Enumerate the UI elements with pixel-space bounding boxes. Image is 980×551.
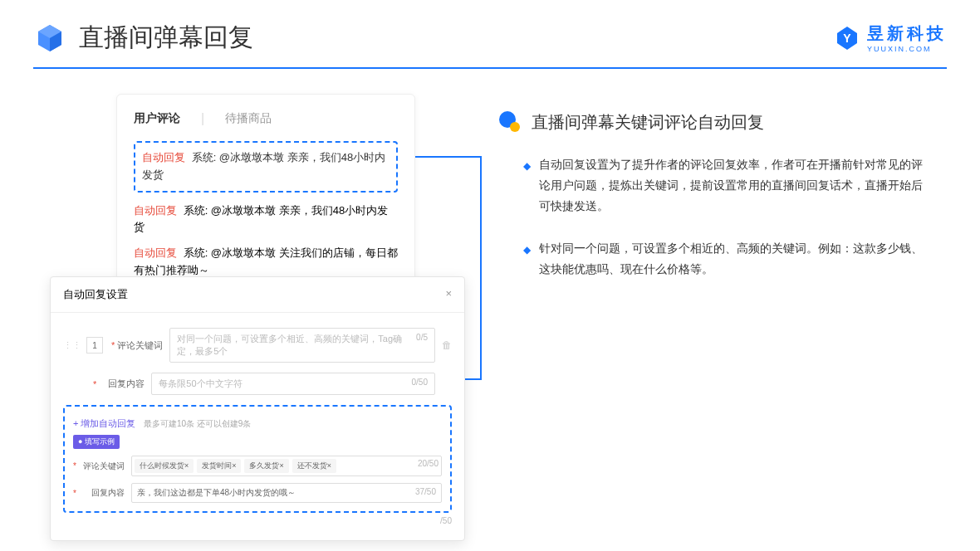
- bullet-item: ◆ 针对同一个问题，可设置多个相近的、高频的关键词。例如：这款多少钱、这块能优惠…: [498, 238, 930, 280]
- diamond-icon: ◆: [523, 158, 531, 217]
- add-description: 最多可建10条 还可以创建9条: [144, 419, 251, 428]
- comment-item: 自动回复 系统: @冰墩墩本墩 关注我们的店铺，每日都有热门推荐呦～: [134, 245, 398, 280]
- ex-keyword-label: 评论关键词: [79, 461, 125, 472]
- keyword-input[interactable]: 对同一个问题，可设置多个相近、高频的关键词，Tag确定，最多5个 0/5: [169, 328, 435, 363]
- highlighted-comment: 自动回复 系统: @冰墩墩本墩 亲亲，我们48小时内发货: [134, 141, 398, 193]
- tabs: 用户评论 | 待播商品: [134, 111, 398, 126]
- example-badge: ● 填写示例: [73, 435, 120, 449]
- brand-logo-icon: Y: [834, 25, 860, 51]
- auto-reply-label: 自动回复: [134, 246, 177, 259]
- example-box: + 增加自动回复 最多可建10条 还可以创建9条 ● 填写示例 * 评论关键词 …: [63, 405, 452, 513]
- brand-subtitle: YUUXIN.COM: [867, 45, 947, 53]
- svg-point-2: [510, 122, 520, 132]
- tag: 多久发货×: [244, 459, 288, 473]
- example-keyword-row: * 评论关键词 什么时候发货× 发货时间× 多久发货× 还不发货× 20/50: [73, 456, 442, 476]
- page-header: 直播间弹幕回复 Y 昱新科技 YUUXIN.COM: [0, 0, 980, 67]
- example-reply-row: * 回复内容 亲，我们这边都是下单48小时内发货的哦～ 37/50: [73, 483, 442, 503]
- reply-input[interactable]: 每条限50个中文字符 0/50: [151, 373, 435, 395]
- auto-reply-label: 自动回复: [134, 204, 177, 217]
- tab-products[interactable]: 待播商品: [225, 111, 272, 126]
- trash-icon[interactable]: 🗑: [442, 339, 452, 351]
- tag: 什么时候发货×: [135, 459, 194, 473]
- section-header: 直播间弹幕关键词评论自动回复: [498, 110, 930, 134]
- comment-item: 自动回复 系统: @冰墩墩本墩 亲亲，我们48小时内发货: [134, 202, 398, 237]
- ex-reply-label: 回复内容: [79, 487, 125, 499]
- tab-divider: |: [201, 111, 204, 126]
- add-auto-reply-link[interactable]: + 增加自动回复: [73, 418, 135, 428]
- section-title: 直播间弹幕关键词评论自动回复: [532, 111, 764, 134]
- settings-panel: 自动回复设置 × ⋮⋮ 1 * 评论关键词 对同一个问题，可设置多个相近、高频的…: [50, 276, 465, 541]
- svg-text:Y: Y: [843, 32, 851, 45]
- required-mark: *: [111, 340, 115, 350]
- close-icon[interactable]: ×: [445, 287, 452, 302]
- outer-count: /50: [63, 516, 452, 525]
- reply-label: 回复内容: [99, 378, 145, 390]
- brand: Y 昱新科技 YUUXIN.COM: [834, 22, 947, 53]
- keyword-label: 评论关键词: [117, 339, 163, 352]
- bubble-icon: [498, 110, 522, 134]
- comments-panel: 用户评论 | 待播商品 自动回复 系统: @冰墩墩本墩 亲亲，我们48小时内发货…: [116, 94, 415, 297]
- required-mark: *: [93, 379, 96, 389]
- auto-reply-label: 自动回复: [142, 151, 185, 163]
- brand-name: 昱新科技: [867, 22, 947, 45]
- cube-icon: [33, 22, 66, 55]
- tag: 发货时间×: [197, 459, 241, 473]
- page-title: 直播间弹幕回复: [79, 21, 253, 55]
- bullet-item: ◆ 自动回复设置为了提升作者的评论回复效率，作者可在开播前针对常见的评论用户问题…: [498, 154, 930, 217]
- row-number: 1: [86, 337, 103, 354]
- ex-reply-input: 亲，我们这边都是下单48小时内发货的哦～ 37/50: [131, 483, 442, 503]
- bullet-text: 针对同一个问题，可设置多个相近的、高频的关键词。例如：这款多少钱、这块能优惠吗、…: [539, 238, 930, 280]
- settings-title: 自动回复设置: [63, 287, 128, 302]
- diamond-icon: ◆: [523, 241, 531, 280]
- bullet-text: 自动回复设置为了提升作者的评论回复效率，作者可在开播前针对常见的评论用户问题，提…: [539, 154, 930, 217]
- keyword-row: ⋮⋮ 1 * 评论关键词 对同一个问题，可设置多个相近、高频的关键词，Tag确定…: [63, 328, 452, 363]
- reply-row: * 回复内容 每条限50个中文字符 0/50: [63, 373, 452, 395]
- tag: 还不发货×: [292, 459, 336, 473]
- tab-user-comments[interactable]: 用户评论: [134, 111, 180, 126]
